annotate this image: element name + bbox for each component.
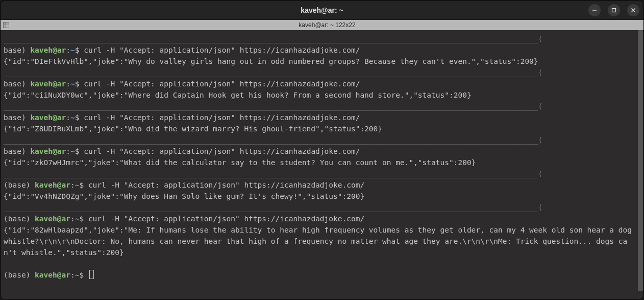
separator-line: ________________________________________… [4, 202, 634, 213]
terminal-window: kaveh@ar: ~ kaveh@ar: ~ 122x22 _________… [0, 0, 644, 300]
prompt-line: base) kaveh@ar:~$ curl -H "Accept: appli… [4, 146, 634, 157]
command-text: curl -H "Accept: application/json" https… [84, 147, 360, 155]
close-button[interactable] [627, 4, 639, 16]
terminal-output[interactable]: ________________________________________… [1, 30, 637, 299]
separator-line: ________________________________________… [4, 101, 634, 112]
tab-bar: kaveh@ar: ~ 122x22 [1, 20, 643, 30]
output-line: {"id":"ciiNuXDY0wc","joke":"Where did Ca… [4, 89, 634, 101]
prompt-line: (base) kaveh@ar:~$ curl -H "Accept: appl… [4, 179, 634, 191]
minimize-button[interactable] [588, 4, 601, 16]
close-icon [631, 8, 636, 13]
new-tab-icon[interactable] [2, 20, 11, 30]
prompt-line: (base) kaveh@ar:~$ [4, 269, 634, 281]
svg-rect-4 [4, 22, 9, 28]
titlebar: kaveh@ar: ~ [1, 1, 643, 20]
command-text: curl -H "Accept: application/json" https… [88, 181, 364, 189]
window-controls [588, 4, 639, 16]
maximize-icon [611, 8, 616, 13]
terminal-container: ________________________________________… [1, 30, 643, 299]
prompt-line: base) kaveh@ar:~$ curl -H "Accept: appli… [4, 112, 634, 123]
command-text: curl -H "Accept: application/json" https… [84, 46, 360, 54]
output-line: {"id":"82wHlbaapzd","joke":"Me: If human… [4, 224, 634, 258]
output-line: {"id":"Vv4hNZDQZg","joke":"Why does Han … [4, 191, 634, 202]
blank-line [4, 258, 634, 269]
separator-line: ________________________________________… [4, 67, 634, 78]
output-line: {"id":"DIeFtkVvHlb","joke":"Why do valle… [4, 56, 634, 67]
scrollbar[interactable] [637, 30, 643, 299]
command-text: curl -H "Accept: application/json" https… [84, 113, 360, 122]
minimize-icon [592, 8, 597, 13]
separator-line: ________________________________________… [4, 33, 634, 44]
tab-label[interactable]: kaveh@ar: ~ 122x22 [11, 21, 643, 29]
output-line: {"id":"zkO7wHJmrc","joke":"What did the … [4, 157, 634, 168]
maximize-button[interactable] [608, 4, 620, 16]
cursor [89, 270, 94, 279]
prompt-line: base) kaveh@ar:~$ curl -H "Accept: appli… [4, 78, 634, 89]
prompt-line: base) kaveh@ar:~$ curl -H "Accept: appli… [4, 44, 634, 56]
separator-line: ________________________________________… [4, 134, 634, 146]
separator-line: ________________________________________… [4, 168, 634, 179]
command-text: curl -H "Accept: application/json" https… [88, 215, 364, 223]
output-line: {"id":"Z8UDIRuXLmb","joke":"Who did the … [4, 123, 634, 134]
svg-rect-1 [612, 8, 616, 12]
command-text: curl -H "Accept: application/json" https… [84, 80, 360, 88]
window-title: kaveh@ar: ~ [1, 6, 643, 14]
scroll-thumb[interactable] [638, 30, 643, 291]
prompt-line: (base) kaveh@ar:~$ curl -H "Accept: appl… [4, 213, 634, 224]
